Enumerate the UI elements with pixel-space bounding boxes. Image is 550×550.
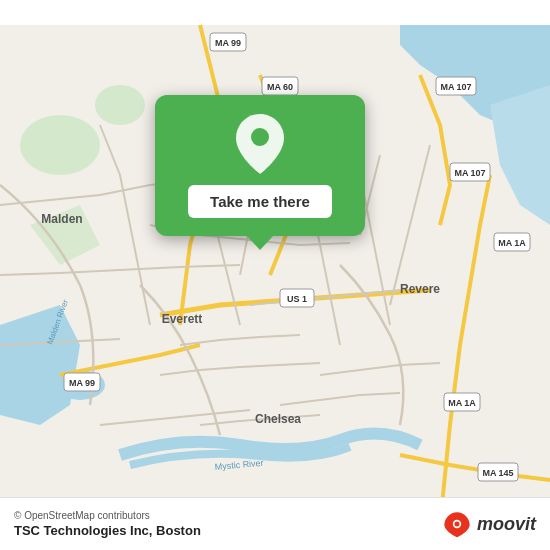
moovit-brand-name: moovit — [477, 514, 536, 535]
popup-card: Take me there — [155, 95, 365, 236]
place-name: TSC Technologies Inc, Boston — [14, 523, 201, 538]
svg-text:Revere: Revere — [400, 282, 440, 296]
svg-text:MA 99: MA 99 — [69, 378, 95, 388]
svg-text:Malden: Malden — [41, 212, 82, 226]
location-pin-icon — [236, 114, 284, 174]
svg-point-7 — [95, 85, 145, 125]
take-me-there-button[interactable]: Take me there — [188, 185, 332, 218]
svg-point-6 — [20, 115, 100, 175]
bottom-bar: © OpenStreetMap contributors TSC Technol… — [0, 497, 550, 550]
map-attribution: © OpenStreetMap contributors — [14, 510, 201, 521]
svg-point-35 — [454, 521, 459, 526]
svg-text:MA 107: MA 107 — [454, 168, 485, 178]
moovit-brand-icon — [441, 508, 473, 540]
location-icon-wrap — [233, 117, 287, 171]
svg-text:Chelsea: Chelsea — [255, 412, 301, 426]
map-background: MA 99 MA 60 MA 107 MA 107 MA 1A US 1 MA … — [0, 0, 550, 550]
svg-text:MA 60: MA 60 — [267, 82, 293, 92]
svg-text:MA 1A: MA 1A — [448, 398, 476, 408]
svg-point-33 — [251, 128, 269, 146]
bottom-bar-left: © OpenStreetMap contributors TSC Technol… — [14, 510, 201, 538]
svg-text:MA 107: MA 107 — [440, 82, 471, 92]
svg-text:MA 1A: MA 1A — [498, 238, 526, 248]
svg-text:MA 145: MA 145 — [482, 468, 513, 478]
map-container: MA 99 MA 60 MA 107 MA 107 MA 1A US 1 MA … — [0, 0, 550, 550]
svg-text:Everett: Everett — [162, 312, 203, 326]
svg-text:MA 99: MA 99 — [215, 38, 241, 48]
svg-text:US 1: US 1 — [287, 294, 307, 304]
moovit-logo: moovit — [441, 508, 536, 540]
